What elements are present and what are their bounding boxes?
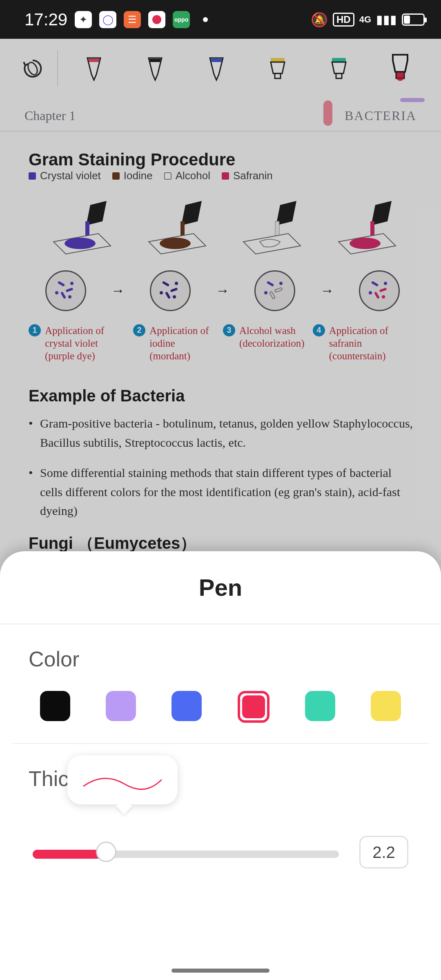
- annotation-mark: [323, 100, 332, 126]
- color-black[interactable]: [40, 691, 70, 721]
- svg-rect-5: [396, 72, 404, 78]
- page-tag: BACTERIA: [345, 108, 416, 123]
- petri-1: [45, 270, 86, 311]
- thickness-slider[interactable]: 2.2: [33, 847, 408, 856]
- svg-rect-31: [379, 287, 387, 292]
- svg-point-12: [350, 238, 381, 249]
- document[interactable]: Chapter 1 BACTERIA Gram Staining Procedu…: [0, 98, 441, 604]
- svg-point-22: [175, 282, 178, 285]
- svg-rect-6: [85, 221, 89, 236]
- tool-highlighter-crimson[interactable]: [372, 52, 429, 85]
- svg-point-33: [384, 282, 387, 285]
- network-icon: 4G: [359, 14, 371, 25]
- battery-icon: [402, 13, 425, 26]
- color-pink[interactable]: [238, 691, 270, 723]
- svg-point-16: [70, 282, 74, 285]
- svg-rect-20: [170, 287, 178, 292]
- petri-row: → → →: [29, 262, 416, 315]
- svg-point-34: [369, 291, 372, 294]
- legend-label: Iodine: [124, 169, 153, 182]
- bullet-list: Gram-positive bacteria - botulinum, teta…: [29, 405, 416, 521]
- step-text: Application of crystal violet (purple dy…: [45, 324, 125, 363]
- thickness-value[interactable]: 2.2: [359, 836, 408, 869]
- svg-point-7: [65, 238, 96, 249]
- hd-icon: HD: [333, 13, 354, 27]
- chapter-label: Chapter 1: [24, 108, 76, 123]
- color-teal[interactable]: [305, 691, 335, 721]
- step-captions: 1Application of crystal violet (purple d…: [29, 315, 416, 367]
- legend-swatch: [164, 172, 172, 180]
- svg-rect-30: [371, 281, 379, 286]
- bullet-item: Gram-positive bacteria - botulinum, teta…: [29, 414, 416, 452]
- app-icon-2: ◯: [99, 11, 116, 28]
- step-badge: 1: [29, 324, 41, 336]
- svg-point-9: [160, 238, 191, 249]
- annotation-stroke: [400, 98, 425, 102]
- toolbar-divider: [57, 50, 58, 87]
- legend-swatch: [222, 172, 229, 180]
- svg-point-28: [279, 282, 283, 285]
- svg-rect-4: [336, 74, 342, 78]
- stage-3: [223, 201, 318, 258]
- svg-rect-15: [60, 291, 66, 299]
- slider-thumb[interactable]: [96, 842, 116, 862]
- petri-3: [254, 270, 295, 311]
- sheet-title: Pen: [0, 574, 441, 624]
- pen-settings-sheet: Pen Color Thickness 2.2: [0, 551, 441, 980]
- legend-swatch: [112, 172, 120, 180]
- thickness-preview: [67, 755, 178, 804]
- step-badge: 4: [313, 324, 325, 336]
- step-text: Application of iodine (mordant): [149, 324, 215, 363]
- svg-rect-32: [374, 291, 380, 299]
- app-icon-3: ☰: [124, 11, 141, 28]
- status-time: 17:29: [24, 10, 67, 29]
- nav-bar-pill[interactable]: [172, 969, 270, 973]
- arrow-icon: →: [320, 283, 334, 298]
- arrow-icon: →: [216, 283, 229, 298]
- color-picker: [29, 691, 412, 723]
- step-text: Alcohol wash (decolorization): [239, 324, 305, 363]
- legend: Crystal violet Iodine Alcohol Safranin: [29, 169, 273, 182]
- pen-toolbar: [0, 39, 441, 98]
- tool-highlighter-yellow[interactable]: [249, 56, 306, 82]
- stage-4: [318, 201, 413, 258]
- svg-rect-14: [65, 287, 73, 292]
- svg-rect-21: [165, 291, 171, 299]
- svg-rect-26: [275, 287, 283, 292]
- subheading: Example of Bacteria: [29, 387, 416, 405]
- petri-4: [359, 270, 400, 311]
- undo-history-button[interactable]: [12, 56, 53, 81]
- step-text: Application of safranin (counterstain): [329, 324, 416, 363]
- bullet-item: Some differential staining methods that …: [29, 463, 416, 521]
- tool-highlighter-teal[interactable]: [310, 56, 368, 82]
- color-yellow[interactable]: [371, 691, 401, 721]
- petri-2: [150, 270, 191, 311]
- app-icon-4: [148, 11, 165, 28]
- svg-rect-2: [275, 74, 281, 78]
- tool-pen-black[interactable]: [127, 56, 184, 82]
- legend-label: Safranin: [233, 169, 273, 182]
- svg-point-23: [160, 291, 163, 294]
- section-title: Gram Staining Procedure: [29, 150, 235, 169]
- svg-rect-8: [180, 221, 185, 236]
- svg-rect-25: [267, 281, 274, 286]
- doc-header: Chapter 1 BACTERIA: [0, 98, 441, 131]
- arrow-icon: →: [111, 283, 125, 298]
- svg-rect-19: [162, 281, 170, 286]
- svg-rect-13: [57, 281, 65, 286]
- signal-icon: ▮▮▮: [376, 12, 397, 27]
- color-blue[interactable]: [172, 691, 202, 721]
- stage-1: [33, 201, 128, 258]
- svg-rect-11: [370, 221, 374, 236]
- app-icon-1: ✦: [75, 11, 92, 28]
- legend-label: Crystal violet: [40, 169, 101, 182]
- color-lilac[interactable]: [106, 691, 136, 721]
- legend-swatch: [29, 172, 36, 180]
- tool-pen-red[interactable]: [65, 56, 122, 82]
- legend-label: Alcohol: [176, 169, 210, 182]
- stage-2: [128, 201, 223, 258]
- step-badge: 2: [133, 324, 145, 336]
- notification-dot-icon: [203, 17, 208, 22]
- svg-point-17: [55, 291, 58, 294]
- tool-pen-blue[interactable]: [188, 56, 245, 82]
